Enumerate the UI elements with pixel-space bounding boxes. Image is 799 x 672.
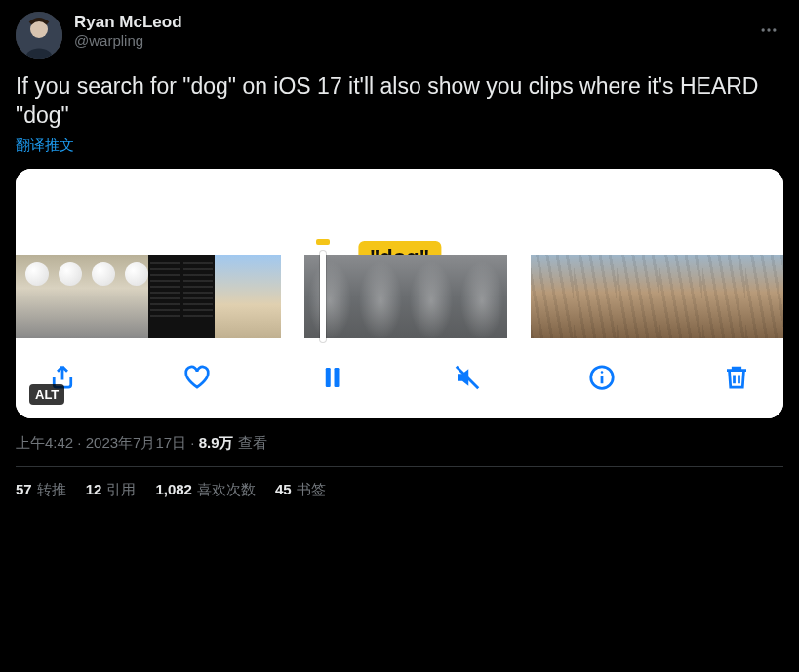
clip-thumbnail	[215, 255, 248, 338]
speaker-muted-icon	[453, 363, 482, 392]
tweet-date[interactable]: 2023年7月17日	[86, 434, 186, 451]
video-timeline[interactable]	[16, 253, 783, 340]
favorite-button[interactable]	[178, 358, 217, 397]
mute-button[interactable]	[448, 358, 487, 397]
views-label: 查看	[238, 434, 267, 451]
handle[interactable]: @warpling	[74, 32, 182, 51]
timeline-playhead[interactable]	[320, 251, 326, 342]
pause-button[interactable]	[312, 358, 351, 397]
clip-thumbnail	[115, 255, 148, 338]
media-control-bar	[16, 340, 783, 418]
svg-rect-6	[335, 368, 340, 387]
clip-thumbnail	[574, 255, 617, 338]
playhead-marker	[316, 239, 330, 245]
retweets-stat[interactable]: 57 转推	[16, 481, 66, 499]
clip-thumbnail	[531, 255, 574, 338]
likes-stat[interactable]: 1,082 喜欢次数	[155, 481, 256, 499]
info-button[interactable]	[582, 358, 621, 397]
clip-group-2	[304, 255, 507, 338]
tweet-time[interactable]: 上午4:42	[16, 434, 73, 451]
avatar-image	[16, 12, 62, 59]
svg-point-3	[767, 28, 770, 31]
svg-rect-5	[326, 368, 331, 387]
tweet-text: If you search for "dog" on iOS 17 it'll …	[16, 72, 783, 131]
attached-media[interactable]: "dog"	[16, 169, 783, 418]
display-name[interactable]: Ryan McLeod	[74, 12, 182, 32]
info-icon	[587, 363, 617, 392]
clip-thumbnail	[304, 255, 355, 338]
bookmarks-stat[interactable]: 45 书签	[275, 481, 326, 499]
views-count: 8.9万	[199, 434, 234, 451]
clip-thumbnail	[16, 255, 49, 338]
clip-group-3	[531, 255, 783, 338]
svg-point-10	[601, 371, 604, 374]
clip-thumbnail	[406, 255, 457, 338]
tweet-header: Ryan McLeod @warpling	[16, 12, 783, 59]
divider	[16, 466, 783, 467]
more-options-button[interactable]	[752, 14, 785, 47]
clip-thumbnail	[49, 255, 82, 338]
clip-thumbnail	[355, 255, 406, 338]
svg-point-4	[773, 28, 776, 31]
clip-thumbnail	[181, 255, 215, 338]
engagement-stats: 57 转推 12 引用 1,082 喜欢次数 45 书签	[16, 481, 783, 499]
clip-thumbnail	[659, 255, 702, 338]
author-names: Ryan McLeod @warpling	[74, 12, 182, 51]
clip-thumbnail	[702, 255, 745, 338]
translate-link[interactable]: 翻译推文	[16, 137, 783, 155]
alt-text-badge[interactable]: ALT	[29, 384, 64, 405]
delete-button[interactable]	[717, 358, 756, 397]
quotes-stat[interactable]: 12 引用	[86, 481, 137, 499]
clip-thumbnail	[82, 255, 115, 338]
trash-icon	[722, 363, 751, 392]
clip-thumbnail	[617, 255, 659, 338]
ellipsis-icon	[759, 20, 779, 40]
clip-thumbnail	[248, 255, 281, 338]
svg-point-2	[762, 28, 765, 31]
clip-thumbnail	[148, 255, 181, 338]
pause-icon	[317, 363, 346, 392]
clip-thumbnail	[745, 255, 783, 338]
avatar[interactable]	[16, 12, 62, 59]
tweet-container: Ryan McLeod @warpling If you search for …	[0, 0, 799, 511]
clip-thumbnail	[457, 255, 507, 338]
heart-icon	[182, 363, 212, 392]
clip-group-1	[16, 255, 281, 338]
tweet-meta: 上午4:42 · 2023年7月17日 · 8.9万 查看	[16, 434, 783, 453]
